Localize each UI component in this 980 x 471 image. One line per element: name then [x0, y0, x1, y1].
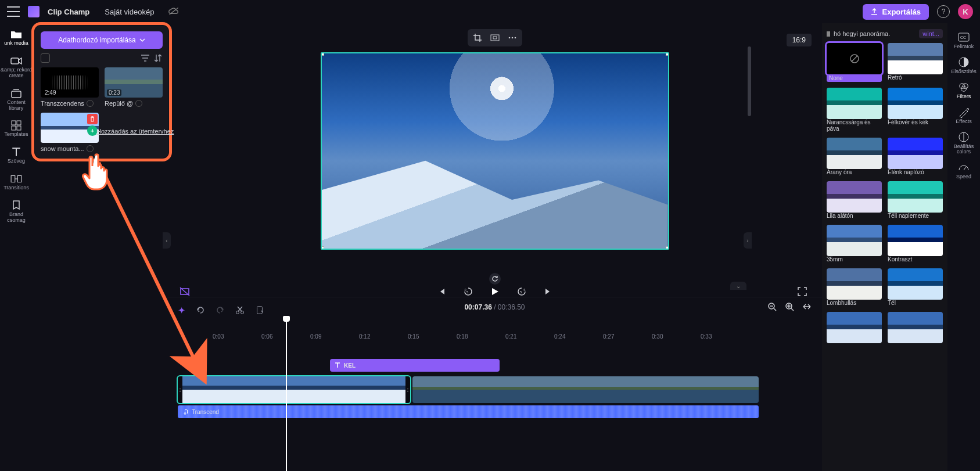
- nav-library[interactable]: Content library: [0, 86, 33, 114]
- svg-text:5: 5: [466, 290, 469, 294]
- resize-handle[interactable]: [321, 246, 324, 250]
- paste-button[interactable]: [255, 305, 264, 315]
- filter-icon[interactable]: [141, 53, 150, 63]
- clip-handle-left[interactable]: ⋮: [178, 376, 182, 403]
- nav-record[interactable]: &amp; rekord create: [0, 53, 33, 81]
- filter-label: None: [827, 74, 882, 82]
- tab-speed[interactable]: Speed: [947, 161, 980, 179]
- filter-item[interactable]: Félkövér és kék: [888, 88, 943, 132]
- playhead[interactable]: [286, 319, 287, 471]
- clip-name: Repülő @: [105, 100, 133, 107]
- filter-item[interactable]: Lombhullás: [827, 268, 882, 306]
- filter-thumbnail: [888, 312, 943, 343]
- sort-icon[interactable]: [153, 53, 163, 63]
- resize-handle[interactable]: [321, 52, 324, 56]
- refresh-button[interactable]: [489, 273, 501, 285]
- media-clip[interactable]: 0:23Repülő @: [105, 67, 163, 107]
- tab-fade[interactable]: Elsősztítés: [947, 56, 980, 74]
- media-panel: Adathordozó importálása 2:49Transzcenden…: [35, 26, 168, 158]
- clip-thumbnail[interactable]: +: [41, 113, 99, 143]
- audio-clip[interactable]: Transcend: [178, 405, 759, 418]
- filter-label: Lombhullás: [827, 300, 882, 306]
- help-button[interactable]: ?: [937, 5, 950, 18]
- time-ruler[interactable]: 0:030:060:090:120:150:180:210:240:270:30…: [178, 333, 812, 345]
- clip-duration: 0:23: [107, 89, 121, 96]
- brand-logo: [28, 6, 40, 17]
- filter-item[interactable]: Lila alátón: [827, 181, 882, 219]
- zoom-out-button[interactable]: [767, 302, 777, 311]
- filter-label: Téli naplemente: [888, 213, 943, 219]
- filter-item[interactable]: 35mm: [827, 225, 882, 263]
- fit-timeline-button[interactable]: [802, 302, 812, 311]
- nav-templates[interactable]: Templates: [0, 118, 33, 140]
- filter-item[interactable]: None: [827, 43, 882, 82]
- video-clip-snow[interactable]: ⋮ ⋮: [178, 376, 410, 403]
- ai-sparkle-icon[interactable]: ✦: [178, 305, 185, 316]
- filter-item[interactable]: [827, 312, 882, 343]
- zoom-in-button[interactable]: [785, 302, 794, 311]
- filter-label: Kontraszt: [888, 256, 943, 263]
- menu-icon[interactable]: [7, 6, 20, 17]
- filter-item[interactable]: [888, 312, 943, 343]
- fit-button[interactable]: [487, 31, 502, 44]
- folder-icon: [10, 29, 22, 39]
- nav-media[interactable]: unk media: [0, 27, 33, 49]
- filter-item[interactable]: Retró: [888, 43, 943, 82]
- import-media-button[interactable]: Adathordozó importálása: [41, 31, 163, 49]
- tab-captions[interactable]: CC Feliratok: [947, 31, 980, 49]
- filter-thumbnail: [888, 43, 943, 74]
- svg-point-12: [511, 37, 513, 39]
- resize-handle[interactable]: [666, 246, 669, 250]
- split-button[interactable]: [235, 305, 245, 315]
- undo-button[interactable]: [196, 305, 205, 315]
- filter-label: Élénk naplózó: [888, 169, 943, 175]
- library-icon: [10, 88, 22, 99]
- tab-filters[interactable]: Filters: [947, 81, 980, 99]
- filter-item[interactable]: Tél: [888, 268, 943, 306]
- timeline: ✦ 00:07.36 / 00:36.50 0:030:060:090:120:…: [167, 297, 822, 471]
- media-clip[interactable]: +snow mounta...: [41, 113, 99, 152]
- aspect-ratio-toggle[interactable]: 16:9: [787, 34, 812, 46]
- crop-button[interactable]: [470, 31, 485, 44]
- project-name[interactable]: Saját videokép: [105, 8, 154, 16]
- nav-transitions[interactable]: Transitions: [0, 171, 33, 193]
- video-preview[interactable]: [321, 52, 669, 250]
- collapse-filters-panel[interactable]: ›: [744, 232, 752, 249]
- clip-thumbnail[interactable]: 2:49: [41, 67, 99, 98]
- filter-item[interactable]: Élénk naplózó: [888, 138, 943, 175]
- filter-thumbnail: [888, 225, 943, 256]
- filter-item[interactable]: Téli naplemente: [888, 181, 943, 219]
- tab-adjust[interactable]: Beállítás colors: [947, 131, 980, 154]
- status-indicator: [135, 100, 142, 107]
- svg-rect-3: [12, 121, 16, 125]
- clip-thumbnail[interactable]: 0:23: [105, 67, 163, 98]
- chevron-down-icon: [139, 37, 145, 43]
- clip-handle-right[interactable]: ⋮: [405, 376, 410, 403]
- nav-text[interactable]: Szöveg: [0, 145, 33, 167]
- collapse-media-panel[interactable]: ‹: [163, 232, 171, 249]
- tab-effects[interactable]: Effects: [947, 106, 980, 124]
- select-all-checkbox[interactable]: [41, 53, 50, 63]
- collapse-timeline[interactable]: ⌄: [730, 282, 746, 290]
- ruler-tick: 0:18: [457, 333, 505, 345]
- project-chip[interactable]: wint...: [919, 29, 943, 38]
- ruler-tick: 0:27: [603, 333, 652, 345]
- resize-handle[interactable]: [666, 52, 669, 56]
- video-clip-lake[interactable]: [412, 376, 759, 403]
- user-avatar[interactable]: K: [958, 4, 973, 19]
- text-clip[interactable]: KEL: [330, 359, 500, 372]
- filter-item[interactable]: Narancssárga és páva: [827, 88, 882, 132]
- svg-rect-8: [17, 176, 21, 182]
- more-button[interactable]: [505, 31, 520, 44]
- svg-text:5: 5: [520, 290, 522, 294]
- redo-button[interactable]: [216, 305, 225, 315]
- media-clip[interactable]: 2:49Transzcendens: [41, 67, 99, 107]
- scrollbar-thumb[interactable]: [748, 46, 751, 116]
- filter-item[interactable]: Arany óra: [827, 138, 882, 175]
- filter-thumbnail: [827, 268, 882, 300]
- filters-panel: hó hegyi panoráma. wint... NoneRetróNara…: [822, 23, 947, 471]
- delete-icon[interactable]: [87, 114, 98, 124]
- filter-item[interactable]: Kontraszt: [888, 225, 943, 263]
- export-button[interactable]: Exportálás: [863, 4, 929, 20]
- nav-brand[interactable]: Brand csomag: [0, 198, 33, 226]
